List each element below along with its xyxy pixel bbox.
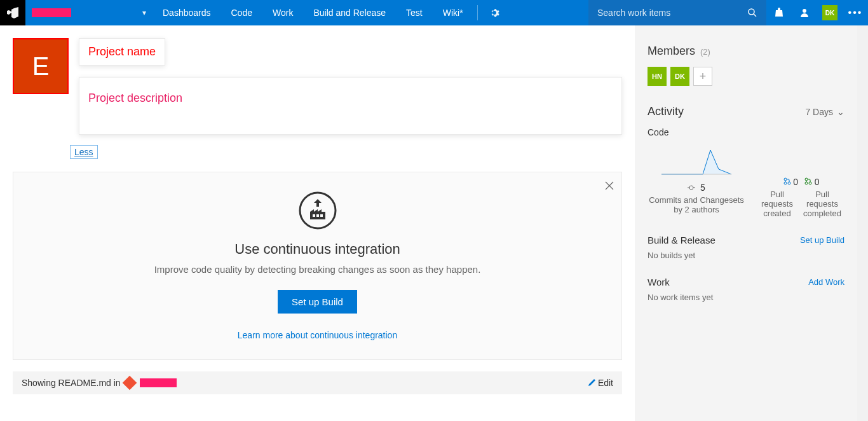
- svg-rect-5: [313, 214, 315, 217]
- learn-more-link[interactable]: Learn more about continuous integration: [32, 330, 602, 340]
- gear-icon: [489, 8, 499, 18]
- search-input[interactable]: [597, 8, 747, 18]
- edit-label: Edit: [598, 378, 613, 388]
- work-empty-text: No work items yet: [648, 293, 844, 302]
- svg-point-16: [805, 182, 808, 184]
- factory-icon: [299, 191, 337, 230]
- readme-prefix: Showing README.md in: [22, 378, 121, 388]
- close-icon: [605, 181, 614, 190]
- ci-promo-card: Use continuous integration Improve code …: [13, 172, 622, 360]
- nav-tabs: Dashboards Code Work Build and Release T…: [153, 0, 507, 25]
- svg-rect-7: [320, 214, 323, 217]
- pr-created-label: Pull requests created: [758, 190, 796, 218]
- vsts-icon: [7, 7, 18, 18]
- user-menu[interactable]: DK: [817, 0, 843, 25]
- tab-build-release[interactable]: Build and Release: [303, 0, 396, 25]
- chevron-down-icon: ▾: [142, 8, 146, 17]
- pr-created-stat: 0 0 Pull requests created Pull requests …: [758, 144, 844, 218]
- git-icon: [122, 376, 137, 390]
- members-count: (2): [700, 47, 710, 57]
- svg-rect-6: [316, 214, 319, 217]
- activity-filter[interactable]: 7 Days ⌄: [805, 107, 844, 117]
- activity-section: Activity 7 Days ⌄ Code 5 Com: [648, 105, 844, 302]
- project-header: E Project name Project description: [13, 38, 622, 135]
- close-button[interactable]: [605, 180, 614, 193]
- ci-subtitle: Improve code quality by detecting breaki…: [32, 264, 602, 275]
- scrollbar[interactable]: [857, 25, 868, 421]
- pr-created-count: 0: [793, 177, 798, 187]
- vsts-logo[interactable]: [0, 0, 25, 25]
- member-avatar[interactable]: DK: [670, 67, 689, 86]
- user-avatar: DK: [822, 5, 837, 20]
- settings-gear[interactable]: [482, 0, 507, 25]
- svg-point-17: [809, 182, 811, 184]
- build-release-title: Build & Release: [648, 235, 715, 245]
- add-member-button[interactable]: +: [693, 67, 712, 86]
- more-menu[interactable]: •••: [843, 0, 868, 25]
- svg-point-9: [689, 186, 693, 190]
- repo-name-redacted: [140, 378, 177, 387]
- pr-icon: [783, 177, 791, 185]
- pr-completed-label: Pull requests completed: [800, 190, 844, 218]
- code-subtitle: Code: [648, 127, 844, 137]
- project-info: Project name Project description: [79, 38, 622, 135]
- tab-code[interactable]: Code: [221, 0, 262, 25]
- project-description-input[interactable]: Project description: [79, 77, 622, 135]
- filter-label: 7 Days: [805, 107, 833, 117]
- search-icon: [747, 8, 757, 18]
- sidebar: Members (2) HN DK + Activity 7 Days ⌄: [635, 25, 857, 421]
- ci-title: Use continuous integration: [32, 241, 602, 258]
- project-name-redacted: [32, 8, 71, 17]
- project-name-input[interactable]: Project name: [79, 38, 165, 66]
- main-layout: E Project name Project description Less: [0, 25, 868, 421]
- setup-build-link[interactable]: Set up Build: [800, 235, 844, 245]
- readme-bar: Showing README.md in Edit: [13, 371, 622, 394]
- help-button[interactable]: [792, 0, 817, 25]
- commits-stat: 5 Commits and Changesets by 2 authors: [648, 144, 745, 218]
- members-row: HN DK +: [648, 67, 844, 86]
- tab-dashboards[interactable]: Dashboards: [153, 0, 221, 25]
- svg-point-12: [784, 178, 787, 181]
- pencil-icon: [588, 379, 595, 387]
- activity-title: Activity: [648, 105, 684, 118]
- plus-icon: +: [700, 70, 707, 83]
- person-icon: [799, 8, 810, 18]
- nav-divider: [477, 5, 478, 20]
- add-work-link[interactable]: Add Work: [808, 277, 844, 287]
- svg-point-15: [805, 178, 808, 181]
- ci-hero-icon: [299, 191, 337, 230]
- shopping-bag-icon: [774, 8, 784, 18]
- svg-point-2: [803, 9, 806, 13]
- setup-build-button[interactable]: Set up Build: [278, 290, 357, 314]
- pr-completed-count: 0: [815, 177, 820, 187]
- members-section: Members (2) HN DK +: [648, 45, 844, 86]
- main-content: E Project name Project description Less: [0, 25, 635, 421]
- members-title: Members: [648, 45, 695, 57]
- svg-line-1: [754, 14, 756, 17]
- search-box[interactable]: [588, 0, 766, 25]
- tab-wiki[interactable]: Wiki*: [433, 0, 473, 25]
- svg-point-13: [784, 182, 787, 184]
- edit-readme-button[interactable]: Edit: [588, 378, 613, 388]
- work-title: Work: [648, 277, 670, 287]
- tab-test[interactable]: Test: [396, 0, 433, 25]
- marketplace-button[interactable]: [766, 0, 792, 25]
- pr-completed-icon: [804, 177, 812, 185]
- project-selector[interactable]: ▾: [25, 0, 153, 25]
- activity-stats: 5 Commits and Changesets by 2 authors 0 …: [648, 144, 844, 218]
- build-empty-text: No builds yet: [648, 251, 844, 260]
- tab-work[interactable]: Work: [262, 0, 303, 25]
- top-nav: ▾ Dashboards Code Work Build and Release…: [0, 0, 868, 25]
- commits-count: 5: [700, 183, 705, 193]
- member-avatar[interactable]: HN: [648, 67, 667, 86]
- topnav-right: DK •••: [766, 0, 868, 25]
- svg-point-14: [788, 182, 790, 184]
- commits-label: Commits and Changesets by 2 authors: [648, 195, 745, 214]
- ellipsis-icon: •••: [848, 7, 863, 18]
- commits-sparkline: [658, 144, 735, 177]
- commit-icon: [688, 184, 695, 191]
- chevron-down-icon: ⌄: [837, 107, 844, 117]
- project-avatar[interactable]: E: [13, 38, 69, 94]
- svg-point-0: [749, 9, 754, 15]
- less-toggle[interactable]: Less: [70, 145, 98, 159]
